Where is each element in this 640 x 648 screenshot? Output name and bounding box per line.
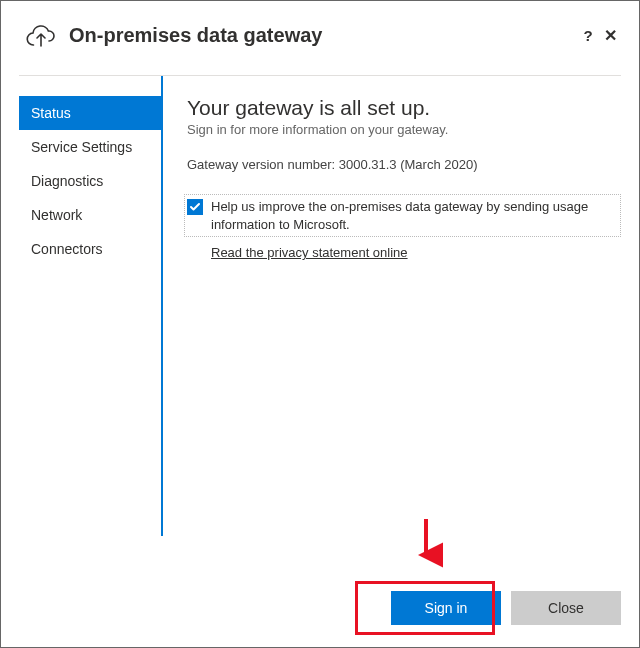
privacy-link[interactable]: Read the privacy statement online: [211, 245, 408, 260]
cloud-upload-icon: [25, 19, 57, 51]
sidebar-item-service-settings[interactable]: Service Settings: [19, 130, 161, 164]
close-window-button[interactable]: ✕: [599, 26, 621, 45]
sidebar-item-connectors[interactable]: Connectors: [19, 232, 161, 266]
page-subtitle: Sign in for more information on your gat…: [187, 122, 621, 137]
sidebar-item-status[interactable]: Status: [19, 96, 161, 130]
sidebar-item-network[interactable]: Network: [19, 198, 161, 232]
sidebar: Status Service Settings Diagnostics Netw…: [19, 76, 163, 536]
app-title: On-premises data gateway: [69, 24, 577, 47]
help-button[interactable]: ?: [577, 27, 599, 44]
page-heading: Your gateway is all set up.: [187, 96, 621, 120]
footer: Sign in Close: [391, 591, 621, 625]
sidebar-item-diagnostics[interactable]: Diagnostics: [19, 164, 161, 198]
signin-button[interactable]: Sign in: [391, 591, 501, 625]
version-text: Gateway version number: 3000.31.3 (March…: [187, 157, 621, 172]
main-content: Your gateway is all set up. Sign in for …: [163, 76, 621, 536]
telemetry-checkbox[interactable]: [187, 199, 203, 215]
telemetry-label: Help us improve the on-premises data gat…: [211, 198, 614, 233]
telemetry-row: Help us improve the on-premises data gat…: [184, 194, 621, 237]
close-button[interactable]: Close: [511, 591, 621, 625]
